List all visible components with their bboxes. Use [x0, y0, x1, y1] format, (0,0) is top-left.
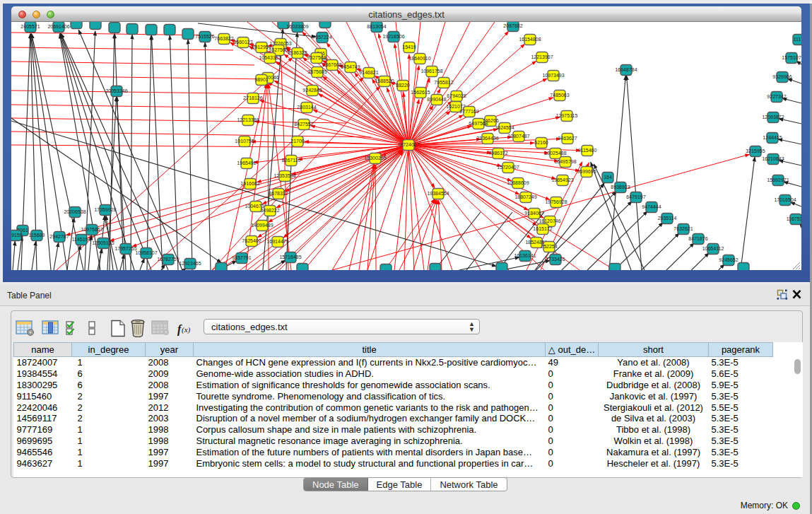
svg-text:2935114: 2935114 — [658, 216, 677, 221]
svg-text:8813054: 8813054 — [367, 24, 386, 29]
svg-text:6479197: 6479197 — [626, 194, 645, 199]
svg-text:1010755: 1010755 — [235, 139, 254, 144]
svg-text:17957255: 17957255 — [114, 246, 136, 251]
svg-text:15720407: 15720407 — [497, 165, 519, 170]
svg-text:7986372: 7986372 — [488, 151, 507, 156]
svg-text:252254: 252254 — [541, 244, 557, 249]
svg-text:1588520: 1588520 — [375, 78, 394, 83]
svg-text:8678332: 8678332 — [269, 191, 288, 196]
svg-text:20206538: 20206538 — [64, 209, 86, 214]
svg-text:15716485: 15716485 — [279, 255, 301, 259]
svg-text:2867608: 2867608 — [322, 62, 341, 67]
svg-text:12353594: 12353594 — [273, 173, 295, 178]
svg-text:2087682: 2087682 — [503, 23, 522, 28]
svg-text:1575107: 1575107 — [782, 55, 801, 60]
svg-text:1562615: 1562615 — [411, 90, 430, 95]
svg-text:15419: 15419 — [402, 45, 416, 49]
svg-text:10973493: 10973493 — [542, 73, 564, 78]
svg-text:7515526: 7515526 — [195, 34, 214, 39]
svg-text:1965492: 1965492 — [237, 160, 256, 165]
svg-text:8938923: 8938923 — [611, 185, 630, 189]
svg-text:9327500: 9327500 — [269, 47, 288, 52]
svg-text:16136141: 16136141 — [514, 253, 536, 258]
svg-text:9777169: 9777169 — [459, 109, 478, 114]
svg-text:3498222: 3498222 — [260, 208, 279, 213]
svg-text:2942787: 2942787 — [49, 234, 69, 239]
svg-text:9184067: 9184067 — [524, 211, 543, 216]
svg-text:12213967: 12213967 — [531, 54, 553, 59]
svg-text:10961758: 10961758 — [420, 69, 442, 74]
svg-text:10807487: 10807487 — [507, 134, 529, 139]
svg-text:15692971: 15692971 — [767, 177, 789, 182]
svg-text:7625402: 7625402 — [242, 238, 261, 243]
svg-text:9474444: 9474444 — [642, 204, 661, 209]
svg-text:7485063: 7485063 — [550, 93, 569, 98]
svg-text:1621072: 1621072 — [446, 104, 465, 109]
svg-text:10543362: 10543362 — [259, 55, 281, 60]
svg-text:9699695: 9699695 — [577, 169, 596, 174]
svg-text:8990448: 8990448 — [427, 97, 446, 102]
svg-text:8427552: 8427552 — [294, 122, 313, 127]
svg-text:3624554: 3624554 — [495, 125, 514, 130]
svg-text:2405571: 2405571 — [20, 24, 40, 29]
svg-text:8471676: 8471676 — [688, 236, 707, 241]
svg-text:1145194: 1145194 — [72, 237, 91, 242]
svg-text:1244415: 1244415 — [763, 135, 782, 140]
svg-text:9242848: 9242848 — [302, 88, 322, 93]
svg-text:1733426: 1733426 — [546, 257, 565, 262]
svg-text:2718126: 2718126 — [243, 95, 262, 100]
svg-text:9329966: 9329966 — [772, 74, 792, 79]
svg-text:20053346: 20053346 — [105, 88, 127, 93]
svg-text:12923465: 12923465 — [179, 261, 201, 266]
svg-text:8660123: 8660123 — [233, 40, 252, 45]
svg-text:19654923: 19654923 — [551, 177, 573, 182]
svg-text:20691406: 20691406 — [47, 24, 69, 29]
svg-text:39159: 39159 — [11, 233, 23, 238]
svg-text:16120746: 16120746 — [539, 218, 560, 223]
svg-text:8267110: 8267110 — [282, 158, 301, 163]
svg-text:18807249: 18807249 — [514, 194, 536, 199]
svg-text:10975867: 10975867 — [81, 227, 102, 232]
svg-text:7632621: 7632621 — [673, 226, 693, 231]
svg-text:18640910: 18640910 — [408, 56, 430, 61]
svg-text:88220: 88220 — [396, 83, 410, 88]
svg-text:7955812: 7955812 — [434, 80, 453, 85]
svg-text:115689: 115689 — [29, 233, 45, 238]
svg-text:18300295: 18300295 — [364, 156, 386, 160]
svg-text:9146821: 9146821 — [359, 70, 378, 75]
svg-text:10025488: 10025488 — [544, 151, 566, 156]
svg-text:7357224: 7357224 — [312, 35, 331, 40]
svg-text:98901: 98901 — [254, 77, 269, 82]
svg-text:18724007: 18724007 — [397, 142, 419, 147]
svg-text:17359928: 17359928 — [94, 207, 116, 212]
svg-text:9245652: 9245652 — [719, 257, 738, 262]
svg-text:16033809: 16033809 — [286, 24, 308, 29]
svg-text:19218506: 19218506 — [382, 34, 404, 39]
svg-text:19756928: 19756928 — [545, 199, 567, 204]
svg-text:16210643: 16210643 — [762, 156, 784, 161]
svg-text:(x): (x) — [182, 325, 191, 334]
svg-text:12213389: 12213389 — [237, 117, 259, 122]
svg-text:9857791: 9857791 — [232, 255, 251, 260]
svg-text:14099489: 14099489 — [251, 223, 273, 228]
svg-text:9227342: 9227342 — [767, 94, 786, 99]
svg-text:8454749: 8454749 — [341, 64, 360, 69]
svg-text:12975115: 12975115 — [556, 113, 578, 118]
svg-text:17016504: 17016504 — [774, 197, 796, 202]
svg-text:164: 164 — [604, 175, 612, 180]
svg-text:3875685: 3875685 — [307, 69, 326, 74]
svg-text:19384554: 19384554 — [427, 191, 449, 196]
svg-text:16782759: 16782759 — [157, 257, 179, 262]
svg-text:7663822: 7663822 — [214, 36, 233, 41]
svg-text:12093872: 12093872 — [762, 115, 784, 119]
svg-text:1916682: 1916682 — [240, 181, 259, 186]
svg-text:9115460: 9115460 — [578, 148, 597, 153]
svg-text:2803144: 2803144 — [297, 105, 316, 110]
svg-text:1167533: 1167533 — [787, 216, 801, 221]
svg-text:16648784: 16648784 — [615, 67, 637, 72]
svg-text:10654112: 10654112 — [702, 246, 724, 251]
svg-text:10958107: 10958107 — [135, 250, 157, 255]
svg-text:6794028: 6794028 — [447, 93, 466, 98]
svg-text:16914479: 16914479 — [266, 239, 288, 244]
svg-text:6497568: 6497568 — [469, 121, 488, 126]
